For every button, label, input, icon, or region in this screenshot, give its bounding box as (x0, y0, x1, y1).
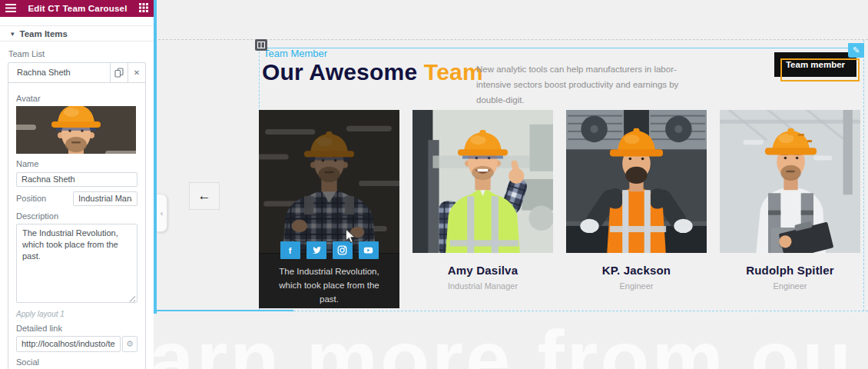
widget-outline-right (863, 40, 864, 311)
hamburger-menu-icon[interactable] (5, 2, 16, 15)
apply-layout-note: Apply layout 1 (16, 310, 137, 318)
column-icon (257, 42, 265, 48)
arrow-left-icon: ← (198, 188, 211, 204)
panel-resizer[interactable] (154, 0, 157, 314)
member-position: Engineer (566, 281, 707, 291)
gear-icon: ⚙ (126, 339, 134, 349)
team-member-button-frame (780, 58, 860, 81)
social-label: Social (16, 357, 137, 367)
edit-widget-handle[interactable]: ✎ (848, 43, 864, 58)
team-list-label: Team List (8, 49, 146, 58)
twitter-link[interactable] (306, 241, 326, 259)
caret-down-icon: ▾ (11, 30, 15, 38)
description-label: Description (16, 211, 137, 221)
chevron-left-icon: ‹ (161, 208, 164, 218)
widget-outline-top-selected (259, 48, 863, 48)
member-position: Engineer (720, 281, 860, 291)
elementor-editor: Edit CT Team Carousel ▾ Team Items Team … (0, 0, 868, 369)
widget-outline-bottom (293, 311, 868, 311)
repeater-item-header[interactable]: Rachna Sheth ✕ (8, 63, 145, 82)
repeater-item-title: Rachna Sheth (8, 63, 110, 82)
member-name: KP. Jackson (566, 264, 707, 277)
avatar-label: Avatar (16, 94, 137, 103)
member-name: Amy Dasilva (412, 264, 553, 277)
facebook-icon: f (285, 245, 295, 255)
detailed-link-field[interactable] (16, 336, 121, 352)
link-options-button[interactable]: ⚙ (122, 336, 137, 352)
apps-grid-icon[interactable] (139, 2, 148, 15)
member-name: Rudolph Spitler (720, 264, 860, 277)
description-field[interactable]: The Industrial Revolution, which took pl… (16, 224, 137, 303)
svg-text:f: f (289, 246, 292, 255)
twitter-icon (311, 246, 321, 254)
pencil-icon: ✎ (853, 45, 860, 55)
member-photo (566, 110, 707, 253)
repeater-item-body: Avatar Name Position Description The Ind… (8, 82, 145, 369)
section-description: New analytic tools can help manufacturer… (476, 62, 707, 108)
member-position: Industrial Manager (412, 281, 553, 291)
section-heading: Our Awesome Team (262, 60, 483, 85)
position-label: Position (16, 194, 46, 203)
detailed-link-label: Detailed link (16, 324, 137, 333)
section-team-items[interactable]: ▾ Team Items (0, 25, 154, 42)
panel-collapse-button[interactable]: ‹ (157, 194, 167, 232)
team-card[interactable]: Rudolph Spitler Engineer (720, 110, 860, 291)
column-handle[interactable] (255, 39, 267, 51)
youtube-icon (363, 245, 373, 255)
team-card[interactable]: KP. Jackson Engineer (566, 110, 707, 291)
avatar-image[interactable] (16, 106, 136, 154)
heading-dark-part: Our Awesome (262, 59, 417, 85)
carousel-prev-button[interactable]: ← (189, 182, 220, 210)
duplicate-item-button[interactable] (110, 63, 128, 82)
member-photo (720, 110, 860, 253)
panel-title: Edit CT Team Carousel (16, 4, 139, 13)
team-card[interactable]: Amy Dasilva Industrial Manager (412, 110, 553, 291)
member-description: The Industrial Revolution, which took pl… (259, 264, 399, 306)
youtube-link[interactable] (359, 241, 379, 259)
position-field[interactable] (73, 191, 137, 206)
widget-outline-bottom-selected (157, 310, 293, 311)
repeater-item: Rachna Sheth ✕ Avatar Name Position (8, 62, 146, 369)
facebook-link[interactable]: f (280, 241, 300, 259)
section-team-items-label: Team Items (20, 29, 68, 38)
photo-overlay (259, 110, 399, 254)
name-label: Name (16, 159, 137, 168)
social-links: f (259, 241, 399, 259)
team-card-hover[interactable]: f (259, 110, 399, 308)
heading-accent-part: Team (424, 59, 483, 85)
member-photo (412, 110, 553, 253)
section-eyebrow: Team Member (263, 48, 327, 59)
background-watermark-text: arn more from ou (149, 314, 853, 369)
remove-item-button[interactable]: ✕ (128, 63, 145, 82)
close-icon: ✕ (134, 68, 140, 77)
panel-header: Edit CT Team Carousel (0, 0, 154, 17)
mouse-cursor (345, 228, 356, 247)
editor-panel: Edit CT Team Carousel ▾ Team Items Team … (0, 0, 154, 369)
name-field[interactable] (16, 172, 137, 187)
